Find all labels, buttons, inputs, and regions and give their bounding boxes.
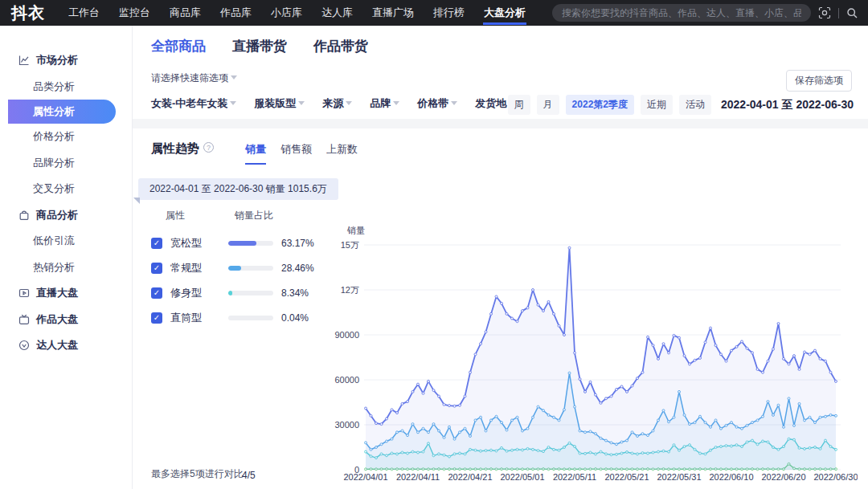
table-row: ✓ 宽松型 63.17% [151,230,324,255]
sidebar-item-label: 品牌分析 [33,156,75,170]
sidebar-item-cross-analysis[interactable]: 交叉分析 [0,176,132,202]
sidebar-item-hot-sale[interactable]: 热销分析 [0,255,132,281]
svg-text:2022/05/11: 2022/05/11 [553,472,596,482]
quick-filter-select[interactable]: 请选择快速筛选项 [151,71,237,85]
share-bar-fill [228,266,241,271]
compare-limit-note: 最多选择5项进行对比 [151,467,244,481]
attribute-table: 属性 销量占比 ✓ 宽松型 63.17% ✓ 常规型 28.46% ✓ 修身型 … [151,209,324,330]
line-chart-icon [18,55,30,66]
period-selector: 周 月 2022第2季度 近期 活动 2022-04-01 至 2022-06-… [508,95,854,115]
save-filter-button[interactable]: 保存筛选项 [786,70,852,92]
sidebar-item-low-price[interactable]: 低价引流 [0,228,132,255]
filter-card: 全部商品 直播带货 作品带货 请选择快速筛选项 保存筛选项 女装-中老年女装 服… [133,26,868,119]
sidebar-item-market-analysis[interactable]: 市场分析 [0,47,132,74]
sidebar-item-label: 热销分析 [33,260,75,275]
svg-text:2022/06/20: 2022/06/20 [761,472,805,482]
svg-text:15万: 15万 [341,240,359,250]
tab-all-products[interactable]: 全部商品 [151,37,206,55]
bag-icon [18,210,30,221]
svg-text:2022/06/30: 2022/06/30 [813,472,858,482]
chevron-down-icon [298,101,305,105]
tab-sales-volume[interactable]: 销量 [245,142,266,165]
sidebar-item-attribute-analysis[interactable]: 属性分析 [8,100,116,124]
dropdown-label: 女装-中老年女装 [151,97,227,109]
share-value: 8.34% [281,287,309,299]
filter-dropdowns: 女装-中老年女装 服装版型 来源 品牌 价格带 发货地 [151,96,515,111]
column-header-share: 销量占比 [235,209,273,222]
sidebar-item-label: 商品分析 [36,208,78,222]
tab-live-sales[interactable]: 直播带货 [232,37,287,55]
dropdown-clothing-type[interactable]: 服装版型 [254,96,305,111]
attribute-label: 宽松型 [170,236,220,251]
attribute-label: 修身型 [170,286,220,300]
dropdown-label: 品牌 [370,97,391,109]
share-bar-fill [228,241,256,246]
dropdown-brand[interactable]: 品牌 [370,96,399,111]
nav-item-shops[interactable]: 小店库 [267,0,306,26]
sidebar-item-price-analysis[interactable]: 价格分析 [0,124,132,150]
chip-recent[interactable]: 近期 [641,95,673,115]
image-search-icon[interactable] [818,6,831,19]
chip-week[interactable]: 周 [508,95,530,115]
date-range-picker[interactable]: 2022-04-01 至 2022-06-30 [721,98,854,112]
trend-chart[interactable]: 030000600009000012万15万销量2022/04/012022/0… [317,218,858,487]
table-row: ✓ 修身型 8.34% [151,280,324,305]
nav-item-ranking[interactable]: 排行榜 [429,0,469,26]
sidebar: 市场分析 品类分析 属性分析 价格分析 品牌分析 交叉分析 商品分析 低价引流 … [0,26,133,489]
search-input[interactable] [562,7,801,18]
table-row: ✓ 直筒型 0.04% [151,305,324,330]
share-bar [228,291,273,295]
nav-item-monitor[interactable]: 监控台 [115,0,154,26]
svg-text:90000: 90000 [334,330,359,340]
tab-sales-amount[interactable]: 销售额 [280,142,312,165]
dropdown-label: 价格带 [417,97,448,109]
help-icon[interactable]: ? [203,142,214,153]
compare-count: 4/5 [242,470,256,481]
column-header-attribute: 属性 [166,209,185,222]
metric-tabs: 销量 销售额 上新数 [245,142,358,165]
chip-activity[interactable]: 活动 [679,95,711,115]
dropdown-price-band[interactable]: 价格带 [417,96,457,111]
dropdown-category[interactable]: 女装-中老年女装 [151,96,236,111]
sidebar-item-label: 作品大盘 [36,312,78,327]
svg-text:2022/04/11: 2022/04/11 [396,472,440,482]
attribute-label: 常规型 [170,261,220,275]
sidebar-item-brand-analysis[interactable]: 品牌分析 [0,150,132,177]
sidebar-item-live-market[interactable]: 直播大盘 [0,280,132,307]
sidebar-item-label: 直播大盘 [36,286,78,300]
nav-item-works[interactable]: 作品库 [216,0,256,26]
nav-item-market-analysis[interactable]: 大盘分析 [480,0,530,26]
checkbox-checked[interactable]: ✓ [151,312,162,324]
app-logo: 抖衣 [11,2,45,24]
nav-item-workbench[interactable]: 工作台 [64,0,104,26]
sidebar-item-label: 品类分析 [33,79,75,94]
share-bar [228,241,273,246]
sidebar-item-category-analysis[interactable]: 品类分析 [0,74,132,100]
nav-item-talents[interactable]: 达人库 [317,0,357,26]
nav-item-products[interactable]: 商品库 [166,0,205,26]
share-bar-fill [228,291,232,295]
tab-video-sales[interactable]: 作品带货 [313,37,368,55]
sidebar-item-label: 达人大盘 [36,338,78,352]
nav-item-live-plaza[interactable]: 直播广场 [368,0,418,26]
search-box[interactable] [552,4,811,22]
dropdown-source[interactable]: 来源 [322,96,352,111]
dropdown-label: 来源 [322,97,343,109]
sidebar-item-works-market[interactable]: 作品大盘 [0,307,132,333]
checkbox-checked[interactable]: ✓ [151,287,162,299]
search-icon[interactable] [846,7,858,19]
tab-new-items[interactable]: 上新数 [326,142,358,165]
chevron-down-icon [230,101,236,105]
chip-month[interactable]: 月 [537,95,559,115]
sidebar-item-product-analysis[interactable]: 商品分析 [0,202,132,229]
nav-menu: 工作台 监控台 商品库 作品库 小店库 达人库 直播广场 排行榜 大盘分析 [64,0,530,26]
chip-quarter[interactable]: 2022第2季度 [566,95,634,115]
sidebar-item-talent-market[interactable]: 达人大盘 [0,332,132,359]
share-value: 28.46% [281,263,314,274]
checkbox-checked[interactable]: ✓ [151,263,162,274]
sidebar-item-label: 交叉分析 [33,181,75,196]
talent-badge-icon [18,340,30,351]
summary-tooltip: 2022-04-01 至 2022-06-30 销量 1015.6万 [138,178,338,200]
checkbox-checked[interactable]: ✓ [151,238,162,249]
sidebar-item-label: 属性分析 [33,104,75,119]
